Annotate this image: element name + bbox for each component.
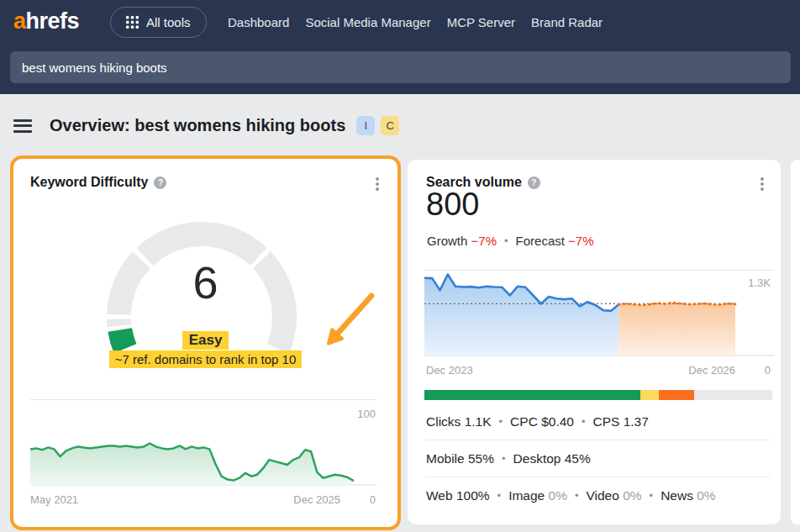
share-segment-no-clicks	[694, 390, 772, 400]
all-tools-button[interactable]: All tools	[110, 7, 207, 38]
menu-icon[interactable]	[13, 119, 32, 133]
kd-y-min-label: 0	[370, 493, 376, 506]
logo-letter-a: a	[13, 8, 26, 34]
kd-x-end-label: Dec 2025	[293, 493, 340, 506]
bullet-separator: •	[650, 489, 654, 502]
keyword-difficulty-card: Keyword Difficulty ? 6 Easy ~7 ref. doma…	[10, 155, 401, 530]
sv-y-max-label: 1.3K	[748, 277, 771, 289]
bullet-separator: •	[582, 415, 586, 428]
growth-label: Growth	[427, 234, 467, 248]
kd-x-start-label: May 2021	[30, 493, 78, 506]
forecast-value: −7%	[568, 234, 593, 248]
adjacent-card-edge	[791, 160, 800, 524]
sv-volume-value: 800	[426, 187, 479, 223]
all-tools-label: All tools	[146, 15, 191, 29]
kd-y-max-label: 100	[357, 408, 376, 420]
kd-history-chart	[30, 399, 376, 486]
bullet-separator: •	[502, 452, 506, 465]
page-title: Overview: best womens hiking boots	[50, 116, 345, 135]
share-segment-other-clicks	[659, 390, 693, 400]
ahrefs-keyword-overview: ahrefs All tools Dashboard Social Media …	[0, 0, 800, 532]
nav-link-brand-radar[interactable]: Brand Radar	[531, 15, 603, 29]
stat-desktop: Desktop 45%	[513, 451, 591, 466]
platform-stats-row: Web 100%•Image 0%•Video 0%•News 0%	[426, 488, 771, 503]
kd-card-title: Keyword Difficulty	[30, 175, 148, 190]
badge-i[interactable]: I	[356, 116, 375, 135]
device-stats-row: Mobile 55%•Desktop 45%	[426, 451, 771, 466]
stat-cps: CPS 1.37	[593, 414, 649, 429]
bullet-separator: •	[499, 415, 503, 428]
primary-nav: Dashboard Social Media Manager MCP Serve…	[228, 0, 603, 45]
bullet-separator: •	[504, 234, 508, 247]
kd-difficulty-label: Easy	[182, 331, 229, 350]
bullet-separator: •	[497, 489, 502, 502]
search-volume-card: Search volume ? 800 Growth −7%•Forecast …	[408, 160, 781, 524]
kd-difficulty-note: ~7 ref. domains to rank in top 10	[109, 350, 303, 368]
sv-x-start-label: Dec 2023	[426, 364, 473, 377]
nav-link-social-media-manager[interactable]: Social Media Manager	[305, 15, 430, 29]
stat-clicks: Clicks 1.1K	[426, 414, 492, 429]
stat-web: Web 100%	[426, 488, 490, 503]
more-options-icon[interactable]	[761, 182, 764, 186]
nav-link-dashboard[interactable]: Dashboard	[228, 15, 289, 29]
sv-growth-row: Growth −7%•Forecast −7%	[427, 234, 594, 248]
sv-y-min-label: 0	[765, 364, 771, 377]
share-segment-paid-clicks	[640, 390, 660, 400]
growth-value: −7%	[471, 234, 497, 248]
top-navigation: ahrefs All tools Dashboard Social Media …	[0, 0, 800, 94]
help-icon[interactable]: ?	[528, 176, 540, 189]
keyword-search-input[interactable]	[10, 51, 791, 83]
clicks-share-bar	[424, 390, 772, 400]
help-icon[interactable]: ?	[154, 176, 166, 189]
stat-video: Video 0%	[586, 488, 641, 503]
badge-c[interactable]: C	[381, 116, 399, 135]
kd-card-header: Keyword Difficulty ?	[30, 175, 166, 190]
clicks-stats-row: Clicks 1.1K•CPC $0.40•CPS 1.37	[426, 414, 771, 429]
stat-news: News 0%	[661, 488, 715, 503]
stat-image: Image 0%	[508, 488, 567, 503]
page-header: Overview: best womens hiking boots I C	[13, 116, 399, 135]
annotation-arrow-icon	[315, 290, 382, 357]
stat-mobile: Mobile 55%	[426, 451, 494, 466]
stat-cpc: CPC $0.40	[510, 414, 574, 429]
share-segment-organic-clicks	[424, 390, 640, 400]
logo-rest: hrefs	[26, 8, 80, 34]
row-divider	[424, 477, 771, 477]
sv-x-end-label: Dec 2026	[688, 364, 735, 377]
forecast-label: Forecast	[516, 234, 565, 248]
ahrefs-logo[interactable]: ahrefs	[13, 8, 79, 34]
bullet-separator: •	[575, 489, 579, 502]
search-volume-chart	[424, 270, 774, 356]
row-divider	[424, 440, 771, 440]
grid-icon	[126, 16, 139, 29]
more-options-icon[interactable]	[376, 182, 379, 186]
nav-link-mcp-server[interactable]: MCP Server	[447, 15, 515, 29]
